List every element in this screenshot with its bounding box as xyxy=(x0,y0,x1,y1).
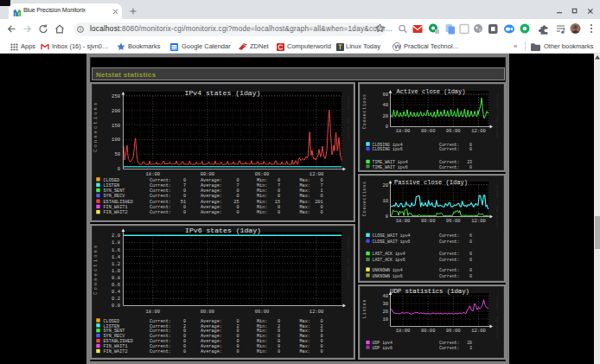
svg-text:UDP ipv6: UDP ipv6 xyxy=(373,346,393,350)
svg-text:40: 40 xyxy=(382,102,388,108)
svg-text:0.8: 0.8 xyxy=(112,275,120,281)
svg-text:Min:: Min: xyxy=(257,205,267,210)
svg-text:UDP ipv4: UDP ipv4 xyxy=(373,341,393,345)
svg-text:FIN_WAIT1: FIN_WAIT1 xyxy=(104,205,128,210)
svg-text:0: 0 xyxy=(469,274,472,278)
svg-text:SYN_RECV: SYN_RECV xyxy=(104,194,126,199)
svg-text:06:00: 06:00 xyxy=(446,328,461,334)
svg-text:Max:: Max: xyxy=(300,200,310,205)
svg-text:10: 10 xyxy=(382,198,388,204)
svg-text:Max:: Max: xyxy=(300,183,310,188)
svg-text:CLOSED: CLOSED xyxy=(104,178,120,183)
svg-text:0: 0 xyxy=(236,188,239,194)
svg-text:IPv6 states (1day): IPv6 states (1day) xyxy=(185,227,261,234)
svg-text:0: 0 xyxy=(183,194,186,199)
svg-text:6: 6 xyxy=(469,233,472,238)
svg-text:Current:: Current: xyxy=(150,178,171,183)
svg-text:150: 150 xyxy=(112,123,120,129)
svg-text:20: 20 xyxy=(467,341,472,345)
svg-text:Current:: Current: xyxy=(439,346,459,350)
svg-text:UNKNOWN ipv6: UNKNOWN ipv6 xyxy=(373,274,403,278)
svg-text:Current:: Current: xyxy=(439,160,459,164)
svg-text:CLOSE_WAIT ipv6: CLOSE_WAIT ipv6 xyxy=(373,239,411,244)
svg-text:15: 15 xyxy=(275,200,280,205)
svg-text:0: 0 xyxy=(236,178,239,183)
svg-text:7: 7 xyxy=(183,183,186,188)
svg-text:0: 0 xyxy=(236,194,239,199)
svg-text:00:00: 00:00 xyxy=(421,128,436,134)
svg-text:IPv4 states (1day): IPv4 states (1day) xyxy=(185,90,261,97)
svg-text:Average:: Average: xyxy=(201,183,222,188)
svg-text:12:00: 12:00 xyxy=(471,128,486,134)
svg-text:RRDTOOL / TOBI OETIKER: RRDTOOL / TOBI OETIKER xyxy=(347,97,350,141)
svg-text:Connections: Connections xyxy=(93,101,99,152)
svg-text:Current:: Current: xyxy=(439,274,459,278)
svg-text:0: 0 xyxy=(236,210,239,215)
svg-text:250: 250 xyxy=(112,93,120,99)
svg-text:Connections: Connections xyxy=(362,93,367,129)
svg-text:FIN_WAIT2: FIN_WAIT2 xyxy=(104,349,128,354)
svg-text:Current:: Current: xyxy=(439,268,459,272)
svg-text:0: 0 xyxy=(469,258,472,262)
svg-text:Connections: Connections xyxy=(362,181,367,216)
svg-text:RRDTOOL / TOBI OETIKER: RRDTOOL / TOBI OETIKER xyxy=(347,237,350,281)
svg-text:CLOSE_WAIT ipv4: CLOSE_WAIT ipv4 xyxy=(373,233,411,238)
svg-text:0: 0 xyxy=(183,178,186,183)
svg-text:0: 0 xyxy=(236,205,239,210)
svg-text:FIN_WAIT2: FIN_WAIT2 xyxy=(104,210,128,215)
svg-text:Average:: Average: xyxy=(201,205,222,210)
svg-text:Current:: Current: xyxy=(439,341,459,345)
svg-text:Min:: Min: xyxy=(257,210,267,215)
svg-text:18:00: 18:00 xyxy=(146,171,161,177)
svg-text:50: 50 xyxy=(114,151,120,157)
svg-text:7: 7 xyxy=(236,183,239,188)
svg-text:CLOSING ipv4: CLOSING ipv4 xyxy=(373,143,403,147)
svg-text:Max:: Max: xyxy=(300,349,310,354)
svg-text:TIME_WAIT ipv4: TIME_WAIT ipv4 xyxy=(373,160,408,164)
svg-text:0: 0 xyxy=(469,165,472,169)
svg-text:0.4: 0.4 xyxy=(112,289,121,295)
svg-text:1.0: 1.0 xyxy=(112,268,120,274)
svg-text:20: 20 xyxy=(382,309,388,315)
svg-text:100: 100 xyxy=(112,137,120,143)
svg-text:Min:: Min: xyxy=(257,183,267,188)
svg-text:0: 0 xyxy=(278,349,280,354)
svg-text:0: 0 xyxy=(320,194,322,199)
svg-text:200: 200 xyxy=(112,108,120,114)
svg-text:Min:: Min: xyxy=(257,349,267,354)
svg-text:0: 0 xyxy=(469,147,472,151)
svg-text:Connections: Connections xyxy=(93,244,99,295)
svg-text:Current:: Current: xyxy=(150,194,171,199)
svg-text:10: 10 xyxy=(382,316,388,322)
svg-text:Listen: Listen xyxy=(362,299,367,318)
svg-text:51: 51 xyxy=(181,200,186,205)
svg-text:0: 0 xyxy=(183,349,186,354)
svg-text:18:00: 18:00 xyxy=(146,309,161,315)
svg-text:1.8: 1.8 xyxy=(112,239,120,246)
svg-text:RRDTOOL / TOBI OETIKER: RRDTOOL / TOBI OETIKER xyxy=(495,185,499,229)
svg-text:0: 0 xyxy=(386,124,388,130)
svg-text:Current:: Current: xyxy=(150,200,171,205)
svg-text:0.0: 0.0 xyxy=(112,303,120,309)
svg-text:0: 0 xyxy=(278,205,280,210)
svg-text:Min:: Min: xyxy=(257,188,267,194)
svg-text:Current:: Current: xyxy=(439,252,459,256)
svg-text:18:00: 18:00 xyxy=(396,218,411,224)
svg-text:0.6: 0.6 xyxy=(112,282,120,288)
svg-text:Current:: Current: xyxy=(150,188,171,194)
svg-text:30: 30 xyxy=(382,301,388,307)
svg-text:2.0: 2.0 xyxy=(112,233,120,239)
svg-text:Current:: Current: xyxy=(150,183,171,188)
svg-text:1.4: 1.4 xyxy=(112,254,121,260)
svg-text:0: 0 xyxy=(183,205,186,210)
svg-text:Current:: Current: xyxy=(150,205,171,210)
svg-text:0: 0 xyxy=(183,210,186,215)
svg-text:Average:: Average: xyxy=(201,188,222,194)
svg-text:Max:: Max: xyxy=(300,194,310,199)
svg-text:LAST_ACK ipv6: LAST_ACK ipv6 xyxy=(373,258,405,262)
svg-text:UNKNOWN ipv4: UNKNOWN ipv4 xyxy=(373,268,403,272)
svg-text:0: 0 xyxy=(320,205,322,210)
svg-text:201: 201 xyxy=(315,200,322,205)
svg-text:00:00: 00:00 xyxy=(201,309,215,315)
svg-text:Current:: Current: xyxy=(150,210,171,215)
